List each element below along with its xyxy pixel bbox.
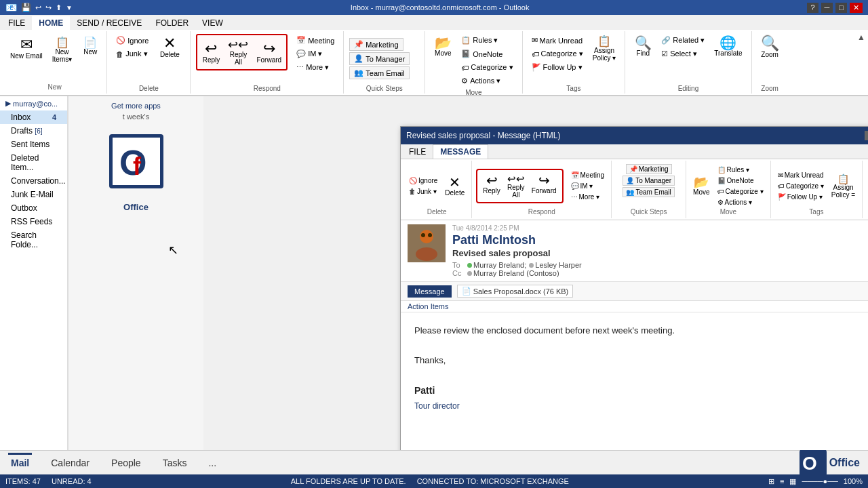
reply-all-btn[interactable]: ↩↩ ReplyAll [224,37,252,68]
ribbon-collapse-btn[interactable]: ▲ [857,33,865,42]
sidebar-item-deleted[interactable]: Deleted Item... [0,151,67,174]
mw-to-manager-btn[interactable]: 👤 To Manager [623,176,675,186]
view-normal-btn[interactable]: ⊞ [768,477,774,486]
mw-mark-unread-btn[interactable]: ✉ Mark Unread [775,170,827,180]
sidebar-item-rss[interactable]: RSS Feeds [0,215,67,228]
mw-meeting-btn[interactable]: 📅 Meeting [568,170,608,180]
tab-home[interactable]: HOME [32,16,70,30]
zoom-btn[interactable]: 🔍 Zoom [757,34,783,60]
tab-folder[interactable]: FOLDER [149,16,195,30]
restore-btn[interactable]: □ [835,3,847,13]
move-btn[interactable]: 📂 Move [431,34,455,59]
tags-categorize-btn[interactable]: 🏷 Categorize ▾ [528,47,587,60]
send-receive-btn[interactable]: ⬆ [56,3,62,12]
actions-btn[interactable]: ⚙ Actions ▾ [458,75,516,87]
mw-rules-btn[interactable]: 📋 Rules ▾ [715,165,766,175]
meeting-btn[interactable]: 📅 Meeting [293,34,338,47]
new-items-btn[interactable]: 📋 NewItems▾ [49,35,75,65]
mw-tags-categorize-btn[interactable]: 🏷 Categorize ▾ [775,181,827,191]
mw-reply-btn[interactable]: ↩ Reply [480,171,503,201]
marketing-btn[interactable]: 📌 Marketing [349,38,403,51]
sidebar-item-inbox[interactable]: Inbox 4 [0,110,67,124]
to-manager-btn[interactable]: 👤 To Manager [349,52,410,65]
more-respond-btn[interactable]: ⋯ More ▾ [293,61,338,74]
email-sender: Patti McIntosh [452,233,868,247]
mw-marketing-btn[interactable]: 📌 Marketing [626,164,672,174]
tab-view[interactable]: VIEW [195,16,230,30]
mw-reply-all-btn[interactable]: ↩↩ ReplyAll [505,171,528,201]
close-btn[interactable]: ✕ [850,3,863,13]
mw-actions-btn[interactable]: ⚙ Actions ▾ [715,197,766,207]
reply-btn[interactable]: ↩ Reply [199,39,223,66]
nav-people[interactable]: People [108,455,144,471]
sidebar-item-search[interactable]: Search Folde... [0,228,67,251]
select-btn[interactable]: ☑ Select ▾ [658,47,708,60]
view-reading-btn[interactable]: ≡ [780,477,784,485]
related-btn[interactable]: 🔗 Related ▾ [658,34,708,47]
find-btn[interactable]: 🔍 Find [631,34,655,59]
message-tab-btn[interactable]: Message [408,285,452,298]
mw-more-btn[interactable]: ⋯ More ▾ [568,192,608,202]
redo-btn[interactable]: ↪ [45,3,52,12]
mw-reply-icon: ↩ [486,174,498,187]
more-tools-btn[interactable]: ▼ [66,4,73,12]
msg-help-btn[interactable]: ? [865,131,868,140]
im-btn[interactable]: 💬 IM ▾ [293,47,338,60]
sidebar-item-sent[interactable]: Sent Items [0,138,67,151]
mw-im-icon: 💬 [571,182,579,190]
mw-forward-btn[interactable]: ↪ Forward [529,171,559,201]
ignore-btn[interactable]: 🚫 Ignore [113,34,152,47]
msg-tab-message[interactable]: MESSAGE [433,144,488,159]
onenote-btn[interactable]: 📓 OneNote [458,47,516,60]
sidebar-item-drafts[interactable]: Drafts [6] [0,124,67,138]
rules-btn[interactable]: 📋 Rules ▾ [458,34,516,47]
ignore-icon: 🚫 [116,36,125,45]
nav-mail[interactable]: Mail [8,453,32,471]
action-items-link[interactable]: Action Items [408,302,449,310]
team-email-btn[interactable]: 👥 Team Email [349,66,409,79]
view-compact-btn[interactable]: ▦ [789,477,796,486]
mw-delete-btn[interactable]: ✕ Delete [442,174,467,199]
nav-calendar[interactable]: Calendar [48,455,92,471]
mw-onenote-btn[interactable]: 📓 OneNote [715,176,766,186]
mw-junk-btn[interactable]: 🗑 Junk ▾ [406,186,440,197]
mw-ignore-btn[interactable]: 🚫 Ignore [406,176,440,186]
msg-tab-file[interactable]: FILE [402,145,433,159]
nav-more[interactable]: ... [205,455,219,471]
quick-save-btn[interactable]: 💾 [21,3,31,12]
mw-move-icon: 📂 [694,176,709,188]
assign-policy-btn[interactable]: 📋 AssignPolicy ▾ [589,34,619,64]
tab-send-receive[interactable]: SEND / RECEIVE [70,16,149,30]
mark-unread-btn[interactable]: ✉ Mark Unread [528,34,587,47]
minimize-btn[interactable]: ─ [821,3,833,13]
account-label[interactable]: ▶ murray@co... [0,96,67,110]
help-btn[interactable]: ? [807,3,818,13]
forward-btn[interactable]: ↪ Forward [253,39,285,66]
sidebar-item-conversation[interactable]: Conversation... [0,174,67,188]
mw-team-email-btn[interactable]: 👥 Team Email [623,187,674,197]
mw-move-btn[interactable]: 📂 Move [690,174,712,198]
get-more-apps-right[interactable]: Get more apps [111,102,161,110]
mw-assign-policy-btn[interactable]: 📋 AssignPolicy = [829,172,858,201]
recipient-murray: Murray Breland; [467,261,526,269]
junk-btn[interactable]: 🗑 Junk ▾ [113,47,152,60]
new-email-btn[interactable]: ✉ New Email [7,35,46,62]
mw-respond-label: Respond [476,208,607,217]
sidebar-item-junk[interactable]: Junk E-Mail [0,188,67,201]
undo-btn[interactable]: ↩ [35,3,41,12]
mw-categorize-btn[interactable]: 🏷 Categorize ▾ [715,186,766,197]
mw-actions-icon: ⚙ [717,199,724,206]
delete-btn[interactable]: ✕ Delete [155,34,184,60]
zoom-slider[interactable]: ────●── [802,477,837,485]
tab-file[interactable]: FILE [1,16,32,30]
nav-tasks[interactable]: Tasks [160,455,190,471]
new-items-icon: 📋 [56,37,69,48]
attachment-file[interactable]: 📄 Sales Proposal.docx (76 KB) [457,285,574,298]
translate-btn[interactable]: 🌐 Translate [711,34,745,59]
mw-follow-up-btn[interactable]: 🚩 Follow Up ▾ [775,192,827,202]
categorize-btn[interactable]: 🏷 Categorize ▾ [458,61,516,74]
sidebar-item-outbox[interactable]: Outbox [0,201,67,215]
follow-up-btn[interactable]: 🚩 Follow Up ▾ [528,61,587,74]
mw-im-btn[interactable]: 💬 IM ▾ [568,181,608,191]
new-btn[interactable]: 📄 New [78,35,102,58]
